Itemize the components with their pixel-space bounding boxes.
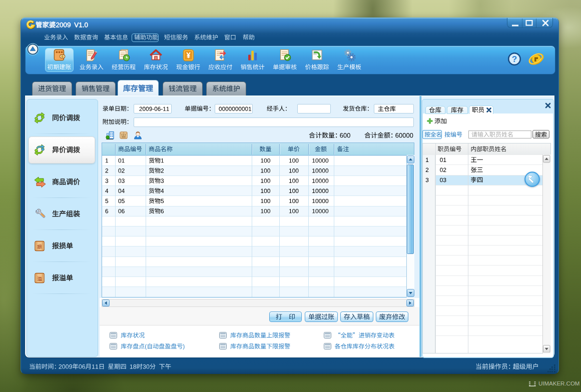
svg-text:UIMAKER.COM: UIMAKER.COM [538, 380, 579, 386]
svg-text:?: ? [512, 54, 517, 64]
